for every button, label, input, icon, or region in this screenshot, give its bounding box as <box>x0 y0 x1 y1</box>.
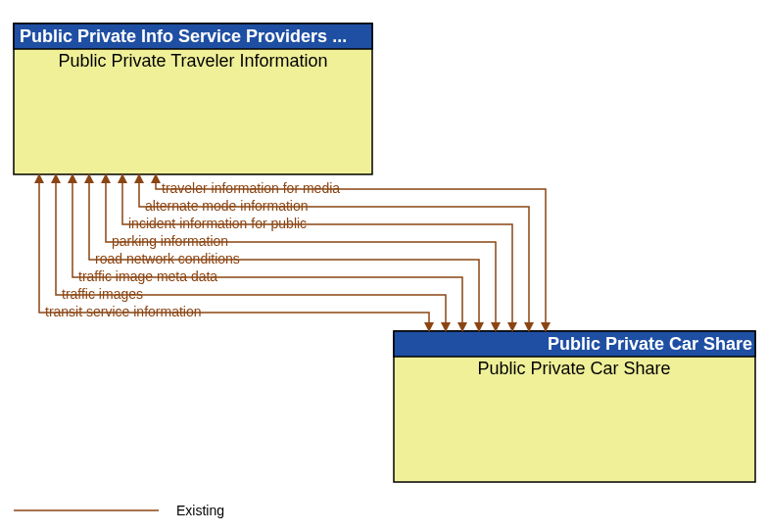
flow-label: traffic images <box>62 286 143 302</box>
flow-label: incident information for public <box>128 216 307 231</box>
flow-label: alternate mode information <box>145 198 309 214</box>
flows-group: traveler information for media alternate… <box>39 174 546 331</box>
legend: Existing <box>14 503 224 518</box>
left-entity-body: Public Private Traveler Information <box>58 51 327 71</box>
legend-label-existing: Existing <box>176 503 224 518</box>
left-entity-header: Public Private Info Service Providers ..… <box>20 26 347 46</box>
flow-label: traveler information for media <box>162 180 340 196</box>
right-entity-box: Public Private Car Share Public Private … <box>394 331 755 482</box>
left-entity-box: Public Private Info Service Providers ..… <box>14 24 372 174</box>
flow-label: traffic image meta data <box>78 268 217 284</box>
flow-label: road network conditions <box>95 251 240 266</box>
flow-label: transit service information <box>45 304 202 319</box>
right-entity-body: Public Private Car Share <box>477 359 670 378</box>
flow-label: parking information <box>112 233 228 249</box>
right-entity-header: Public Private Car Share <box>548 334 752 354</box>
